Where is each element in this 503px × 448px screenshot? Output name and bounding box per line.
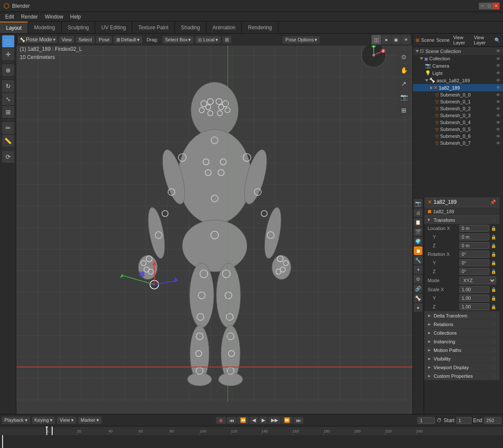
- scale-z-input[interactable]: [459, 303, 489, 310]
- viewport-mode-selector[interactable]: 🦴 Pose Mode ▾: [18, 36, 57, 43]
- props-icon-modifier[interactable]: 🔧: [414, 256, 422, 264]
- orientation-selector[interactable]: ⊞ Default ▾: [114, 36, 142, 44]
- submesh-6-item[interactable]: ▽ Submesh_0_6 👁: [413, 133, 503, 140]
- timeline-canvas[interactable]: 1 20 40 60 80 100 120 140: [0, 426, 503, 448]
- props-icon-output[interactable]: 🖨: [414, 208, 422, 217]
- tab-layout[interactable]: Layout: [0, 22, 28, 33]
- props-icon-world[interactable]: 🌍: [414, 237, 422, 246]
- collection-item[interactable]: ▣ Collection 👁: [413, 55, 503, 62]
- view-layer-selector[interactable]: View Layer: [453, 35, 472, 45]
- submesh-1-eye[interactable]: 👁: [496, 100, 500, 104]
- pin-icon[interactable]: 📌: [490, 199, 496, 205]
- snap-btn[interactable]: ⊞: [222, 36, 231, 44]
- tool-transform[interactable]: ⊞: [2, 106, 14, 118]
- viewport-canvas[interactable]: Top Orthographic (1) 1a82_189 : Findex02…: [16, 34, 412, 402]
- props-icon-render[interactable]: 📷: [414, 199, 422, 208]
- pivot-selector[interactable]: ◎ Local ▾: [195, 36, 220, 44]
- props-icon-object[interactable]: ◼: [414, 246, 422, 255]
- object-name-label[interactable]: 1a82_189: [434, 199, 488, 205]
- next-keyframe-btn[interactable]: ⏩: [281, 417, 293, 424]
- next-frame-btn[interactable]: ▶▶: [269, 417, 281, 424]
- tool-scale[interactable]: ⤡: [2, 93, 14, 105]
- light-eye[interactable]: 👁: [496, 71, 500, 75]
- visibility-header[interactable]: ▾ Visibility ::::: [424, 355, 500, 363]
- instancing-header[interactable]: ▾ Instancing ::::: [424, 337, 500, 345]
- tool-move[interactable]: ✛: [2, 48, 14, 60]
- pose-options-btn[interactable]: Pose Options ▾: [283, 36, 320, 44]
- prev-keyframe-btn[interactable]: ⏪: [237, 417, 249, 424]
- location-y-lock[interactable]: 🔒: [491, 235, 496, 240]
- location-z-input[interactable]: [459, 242, 489, 249]
- delta-transform-header[interactable]: ▾ Delta Transform ::::: [424, 311, 500, 320]
- close-button[interactable]: ✕: [493, 3, 500, 9]
- location-x-lock[interactable]: 🔒: [491, 226, 496, 231]
- collection-collapse[interactable]: [420, 57, 423, 60]
- end-frame-input[interactable]: [484, 417, 501, 424]
- submesh-3-item[interactable]: ▽ Submesh_0_3 👁: [413, 112, 503, 119]
- current-frame-input[interactable]: [418, 417, 435, 424]
- submesh-3-eye[interactable]: 👁: [496, 113, 500, 118]
- pan-view-btn[interactable]: ✋: [398, 64, 410, 76]
- camera-item[interactable]: 📷 Camera 👁: [413, 62, 503, 69]
- tab-sculpting[interactable]: Sculpting: [62, 22, 95, 33]
- solid-btn[interactable]: ●: [381, 35, 391, 44]
- tab-uv-editing[interactable]: UV Editing: [95, 22, 132, 33]
- rotation-y-lock[interactable]: 🔒: [491, 261, 496, 265]
- location-y-input[interactable]: [459, 233, 489, 240]
- submesh-5-item[interactable]: ▽ Submesh_0_5 👁: [413, 126, 503, 133]
- record-btn[interactable]: ⏺: [216, 417, 226, 424]
- menu-edit[interactable]: Edit: [2, 13, 18, 21]
- view-menu[interactable]: View ▾: [57, 417, 76, 424]
- rotate-view-btn[interactable]: ↗: [398, 78, 410, 90]
- custom-properties-header[interactable]: ▾ Custom Properties ::::: [424, 372, 500, 380]
- menu-render[interactable]: Render: [18, 13, 41, 21]
- armature-collapse[interactable]: [430, 86, 433, 90]
- location-z-lock[interactable]: 🔒: [491, 243, 496, 248]
- props-icon-material[interactable]: ●: [414, 303, 422, 312]
- tool-cursor[interactable]: ⊕: [2, 64, 14, 76]
- tool-annotate[interactable]: ✏: [2, 122, 14, 134]
- props-icon-data[interactable]: 🦴: [414, 294, 422, 302]
- tab-texture-paint[interactable]: Texture Paint: [132, 22, 175, 33]
- tool-bone-roll[interactable]: ⟳: [2, 151, 14, 163]
- tab-animation[interactable]: Animation: [206, 22, 242, 33]
- tool-rotate[interactable]: ↻: [2, 80, 14, 92]
- prev-frame-btn[interactable]: ◀: [250, 417, 258, 424]
- submesh-2-item[interactable]: ▽ Submesh_0_2 👁: [413, 105, 503, 112]
- timeline-track[interactable]: [0, 435, 503, 448]
- submesh-4-item[interactable]: ▽ Submesh_0_4 👁: [413, 119, 503, 126]
- minimize-button[interactable]: ─: [479, 3, 486, 9]
- submesh-4-eye[interactable]: 👁: [496, 120, 500, 125]
- playhead[interactable]: [52, 426, 53, 435]
- viewport[interactable]: 🦴 Pose Mode ▾ View Select Pose ⊞ Default…: [16, 34, 412, 414]
- submesh-7-eye[interactable]: 👁: [496, 141, 500, 146]
- zoom-to-selected-btn[interactable]: ⊙: [398, 51, 410, 63]
- submesh-0-item[interactable]: ▽ Submesh_0_0 👁: [413, 91, 503, 98]
- scene-collection-eye[interactable]: 👁: [496, 49, 500, 53]
- tab-modeling[interactable]: Modeling: [28, 22, 62, 33]
- props-icon-scene[interactable]: 🎬: [414, 227, 422, 236]
- props-icon-view-layer[interactable]: 📋: [414, 218, 422, 227]
- armature-root-collapse[interactable]: [425, 79, 428, 82]
- submesh-7-item[interactable]: ▽ Submesh_0_7 👁: [413, 140, 503, 146]
- tab-rendering[interactable]: Rendering: [242, 22, 278, 33]
- outliner-search-icon[interactable]: 🔍: [494, 37, 500, 43]
- props-icon-physics[interactable]: ⚙: [414, 275, 422, 283]
- scale-x-lock[interactable]: 🔒: [491, 287, 496, 292]
- collections-header[interactable]: ▾ Collections ::::: [424, 329, 500, 337]
- menu-help[interactable]: Help: [67, 13, 84, 21]
- menu-window[interactable]: Window: [41, 13, 67, 21]
- submesh-2-eye[interactable]: 👁: [496, 106, 500, 111]
- scene-selector[interactable]: Scene: [421, 37, 434, 43]
- props-icon-constraints[interactable]: 🔗: [414, 284, 422, 293]
- rotation-x-input[interactable]: [459, 251, 489, 258]
- drag-selector[interactable]: Select Box ▾: [162, 36, 194, 44]
- grid-btn[interactable]: ⊞: [398, 104, 410, 116]
- transform-section-header[interactable]: ▾ Transform ::::: [424, 216, 500, 224]
- rotation-y-input[interactable]: [459, 259, 489, 266]
- tool-measure[interactable]: 📏: [2, 135, 14, 147]
- start-frame-input[interactable]: [456, 417, 472, 424]
- armature-eye[interactable]: 👁: [496, 85, 500, 90]
- viewport-pose-menu[interactable]: Pose: [96, 36, 112, 43]
- rotation-z-lock[interactable]: 🔒: [491, 269, 496, 274]
